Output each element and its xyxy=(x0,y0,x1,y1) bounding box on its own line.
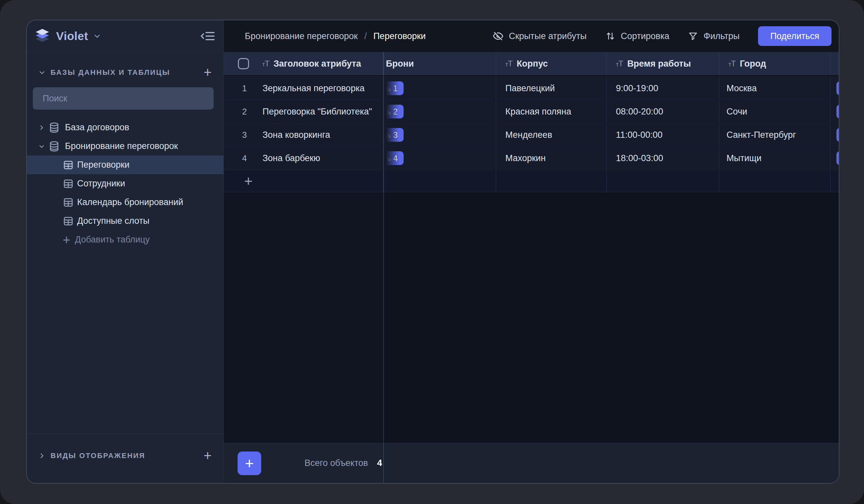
sidebar-search[interactable] xyxy=(33,87,214,110)
chip-clip-fade xyxy=(383,147,399,169)
cell-building[interactable]: Павелецкий xyxy=(496,77,607,99)
cell-city[interactable]: Сочи xyxy=(719,100,830,123)
add-table-button[interactable]: + Добавить таблицу xyxy=(27,230,224,249)
sorting-button[interactable]: Сортировка xyxy=(605,31,669,41)
share-button[interactable]: Поделиться xyxy=(758,26,831,46)
chip-clip-fade xyxy=(383,77,399,99)
tree-item-table-booking-calendar[interactable]: Календарь бронирований xyxy=(27,193,224,212)
row-title: Зеркальная переговорка xyxy=(263,83,364,94)
cell-hours[interactable]: 18:00-03:00 xyxy=(607,147,719,169)
add-row-cell xyxy=(719,170,830,192)
sidebar-header: Violet xyxy=(27,20,224,52)
sidebar-collapse-button[interactable] xyxy=(201,31,216,42)
tree-item-label: Переговорки xyxy=(77,160,130,170)
cell-city[interactable]: Мытищи xyxy=(719,147,830,169)
table-row[interactable]: 1 Зеркальная переговорка Бронь 1 Павелец… xyxy=(224,77,839,99)
chip-clip-fade xyxy=(383,100,399,123)
cell-bookings[interactable]: Бронь 1 xyxy=(383,77,496,99)
databases-section-header[interactable]: БАЗЫ ДАННЫХ И ТАБЛИЦЫ + xyxy=(27,64,224,81)
add-row-cell xyxy=(830,170,839,192)
cell-partial[interactable] xyxy=(830,100,839,123)
add-database-button[interactable]: + xyxy=(203,65,212,80)
chip-clip-fade xyxy=(383,124,399,146)
hidden-attributes-button[interactable]: Скрытые атрибуты xyxy=(493,31,587,42)
cell-building[interactable]: Махоркин xyxy=(496,147,607,169)
sort-arrows-icon xyxy=(605,31,615,41)
database-tree: База договоров Бронирование переговорок … xyxy=(27,118,224,249)
linked-record-chip[interactable] xyxy=(837,151,839,165)
sidebar: Violet БАЗЫ ДАННЫХ И ТАБЛИЦЫ + База дого… xyxy=(27,20,224,483)
linked-record-chip[interactable] xyxy=(837,128,839,142)
linked-record-chip[interactable] xyxy=(837,105,839,118)
cell-city[interactable]: Санкт-Петербург xyxy=(719,124,830,146)
workspace-chevron-down-icon[interactable] xyxy=(93,32,101,40)
collapse-sidebar-icon xyxy=(201,31,216,42)
cell-title[interactable]: 4 Зона барбекю xyxy=(224,147,383,169)
eye-off-icon xyxy=(493,31,504,42)
table-header-row: тТ Заголовок атрибута Брони тТ Корпус тТ… xyxy=(224,52,839,75)
cell-hours[interactable]: 11:00-00:00 xyxy=(607,124,719,146)
add-row[interactable]: + xyxy=(224,170,839,192)
table-area: тТ Заголовок атрибута Брони тТ Корпус тТ… xyxy=(224,52,839,443)
column-header-building[interactable]: тТ Корпус xyxy=(496,52,607,75)
cell-building[interactable]: Менделеев xyxy=(496,124,607,146)
views-section-header[interactable]: ВИДЫ ОТОБРАЖЕНИЯ + xyxy=(27,433,224,483)
column-header-partial[interactable] xyxy=(830,52,839,75)
status-bar: + Всего объектов 4 xyxy=(224,443,839,483)
tree-item-label: Сотрудники xyxy=(77,179,125,189)
cell-partial[interactable] xyxy=(830,124,839,146)
chevron-right-icon xyxy=(38,124,45,131)
cell-hours[interactable]: 08:00-20:00 xyxy=(607,100,719,123)
cell-building[interactable]: Красная поляна xyxy=(496,100,607,123)
cell-partial[interactable] xyxy=(830,147,839,169)
column-header-city[interactable]: тТ Город xyxy=(719,52,830,75)
column-header-label: Корпус xyxy=(516,59,548,69)
cell-bookings[interactable]: Бронь 3 xyxy=(383,124,496,146)
add-view-button[interactable]: + xyxy=(203,449,212,463)
cell-hours[interactable]: 9:00-19:00 xyxy=(607,77,719,99)
section-chevron-right-icon xyxy=(38,452,46,460)
table-icon xyxy=(63,197,74,208)
linked-record-chip[interactable] xyxy=(837,81,839,95)
row-title: Зона барбекю xyxy=(263,153,320,164)
table-icon xyxy=(63,178,74,189)
total-objects-label: Всего объектов xyxy=(304,458,368,468)
tree-item-table-meeting-rooms[interactable]: Переговорки xyxy=(27,156,224,174)
cell-city[interactable]: Москва xyxy=(719,77,830,99)
breadcrumb-current: Переговорки xyxy=(373,31,426,41)
tree-item-database-bookings[interactable]: Бронирование переговорок xyxy=(27,137,224,156)
column-header-label: Город xyxy=(740,59,766,69)
add-record-button[interactable]: + xyxy=(238,452,261,475)
table-icon xyxy=(63,216,74,227)
cell-title[interactable]: 2 Переговорка "Библиотека" xyxy=(224,100,383,123)
text-type-icon: тТ xyxy=(505,59,512,68)
tree-item-label: Бронирование переговорок xyxy=(65,141,178,151)
add-row-cell[interactable]: + xyxy=(224,170,383,192)
cell-partial[interactable] xyxy=(830,77,839,99)
row-number: 2 xyxy=(233,107,255,117)
cell-title[interactable]: 3 Зона коворкинга xyxy=(224,124,383,146)
column-header-hours[interactable]: тТ Время работы xyxy=(607,52,719,75)
table-row[interactable]: 3 Зона коворкинга Бронь 3 Менделеев 11:0… xyxy=(224,124,839,146)
cell-bookings[interactable]: Бронь 4 xyxy=(383,147,496,169)
table-row[interactable]: 4 Зона барбекю Бронь 4 Махоркин 18:00-03… xyxy=(224,147,839,169)
cell-title[interactable]: 1 Зеркальная переговорка xyxy=(224,77,383,99)
total-objects-count: 4 xyxy=(377,458,382,468)
breadcrumb-parent[interactable]: Бронирование переговорок xyxy=(245,31,358,41)
column-header-label: Брони xyxy=(386,59,414,69)
search-input[interactable] xyxy=(42,93,204,104)
tree-item-database-contracts[interactable]: База договоров xyxy=(27,118,224,137)
column-header-title[interactable]: тТ Заголовок атрибута xyxy=(224,52,383,75)
select-all-checkbox[interactable] xyxy=(238,58,249,69)
column-header-label: Заголовок атрибута xyxy=(273,59,361,69)
tree-item-table-employees[interactable]: Сотрудники xyxy=(27,174,224,193)
column-header-bookings[interactable]: Брони xyxy=(383,52,496,75)
table-row[interactable]: 2 Переговорка "Библиотека" Бронь 2 Красн… xyxy=(224,100,839,123)
add-table-label: Добавить таблицу xyxy=(75,235,149,245)
tree-item-table-available-slots[interactable]: Доступные слоты xyxy=(27,212,224,230)
row-title: Переговорка "Библиотека" xyxy=(263,107,372,117)
sorting-label: Сортировка xyxy=(621,31,669,41)
filters-button[interactable]: Фильтры xyxy=(688,31,740,41)
cell-bookings[interactable]: Бронь 2 xyxy=(383,100,496,123)
filter-funnel-icon xyxy=(688,31,698,41)
